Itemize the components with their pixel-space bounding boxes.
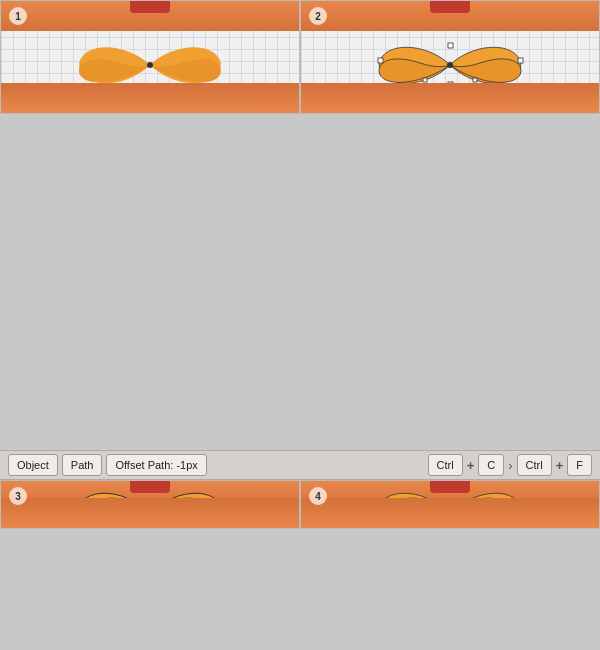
step-number-3: 3	[9, 487, 27, 505]
panel-step-3: 3	[0, 480, 300, 529]
toolbar-row-1: Object Path Offset Path: -1px Ctrl + C ›…	[0, 450, 600, 480]
svg-rect-3	[518, 58, 523, 63]
plus-icon-1: +	[467, 458, 475, 473]
step-number-1: 1	[9, 7, 27, 25]
step-number-2: 2	[309, 7, 327, 25]
f-button[interactable]: F	[567, 454, 592, 476]
plus-icon-2: +	[556, 458, 564, 473]
svg-point-1	[447, 62, 453, 68]
panel-step-2: 2	[300, 0, 600, 114]
panel-step-1: 1	[0, 0, 300, 114]
ctrl-button-c[interactable]: Ctrl	[428, 454, 463, 476]
svg-rect-7	[473, 78, 477, 82]
step-number-4: 4	[309, 487, 327, 505]
svg-rect-6	[423, 78, 427, 82]
object-button[interactable]: Object	[8, 454, 58, 476]
panel-step-4: 4	[300, 480, 600, 529]
ctrl-button-f[interactable]: Ctrl	[517, 454, 552, 476]
path-button[interactable]: Path	[62, 454, 103, 476]
c-button[interactable]: C	[478, 454, 504, 476]
svg-point-0	[147, 62, 153, 68]
svg-rect-2	[378, 58, 383, 63]
svg-rect-4	[448, 43, 453, 48]
arrow-icon: ›	[508, 458, 512, 473]
offset-path-button[interactable]: Offset Path: -1px	[106, 454, 206, 476]
